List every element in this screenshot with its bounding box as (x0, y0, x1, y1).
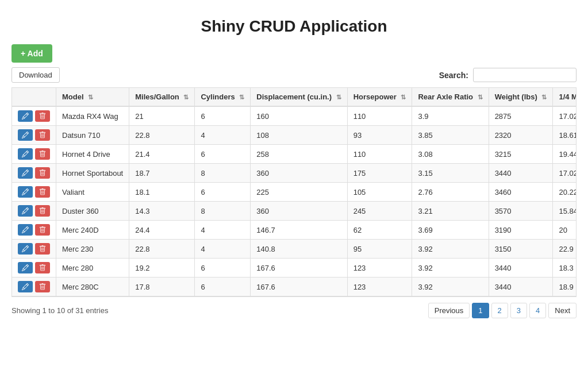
cell-disp: 140.8 (251, 240, 347, 259)
cell-drat: 3.92 (412, 278, 489, 296)
cell-drat: 3.08 (412, 145, 489, 164)
cell-mpg: 17.8 (129, 278, 195, 296)
action-cell (12, 126, 56, 145)
cell-wt: 3440 (489, 259, 553, 278)
search-input[interactable] (473, 68, 577, 82)
cell-model: Merc 230 (56, 240, 129, 259)
delete-button[interactable] (35, 186, 50, 198)
sort-icon-disp: ⇅ (336, 94, 341, 101)
cell-hp: 62 (347, 221, 412, 240)
cell-wt: 3190 (489, 221, 553, 240)
next-button[interactable]: Next (548, 303, 577, 318)
delete-button[interactable] (35, 205, 50, 217)
col-mpg[interactable]: Miles/Gallon ⇅ (129, 88, 195, 106)
delete-button[interactable] (35, 224, 50, 236)
cell-hp: 245 (347, 202, 412, 221)
cell-hp: 110 (347, 145, 412, 164)
edit-button[interactable] (18, 205, 33, 217)
edit-button[interactable] (18, 167, 33, 179)
edit-button[interactable] (18, 262, 33, 273)
delete-button[interactable] (35, 167, 50, 179)
edit-button[interactable] (18, 243, 33, 255)
edit-button[interactable] (18, 186, 33, 198)
pagination: Previous 1 2 3 4 Next (428, 303, 577, 318)
cell-hp: 175 (347, 164, 412, 183)
edit-button[interactable] (18, 148, 33, 160)
col-cyl[interactable]: Cylinders ⇅ (195, 88, 251, 106)
cell-qsec: 17.02 (553, 164, 577, 183)
page-3-button[interactable]: 3 (510, 303, 527, 318)
edit-icon (22, 151, 29, 157)
page-1-button[interactable]: 1 (472, 303, 489, 318)
trash-icon (39, 113, 46, 120)
cell-wt: 3440 (489, 164, 553, 183)
cell-mpg: 22.8 (129, 240, 195, 259)
table-row: Merc 240D24.44146.7623.69319020S (12, 221, 577, 240)
cell-qsec: 17.02 (553, 106, 577, 126)
cell-model: Merc 280 (56, 259, 129, 278)
action-cell (12, 106, 56, 126)
edit-icon (22, 188, 29, 195)
cell-drat: 3.9 (412, 106, 489, 126)
trash-icon (39, 132, 46, 138)
cell-cyl: 6 (195, 145, 251, 164)
cell-qsec: 15.84 (553, 202, 577, 221)
cell-mpg: 21.4 (129, 145, 195, 164)
delete-button[interactable] (35, 129, 50, 141)
cell-cyl: 4 (195, 126, 251, 145)
col-drat[interactable]: Rear Axle Ratio ⇅ (412, 88, 489, 106)
delete-button[interactable] (35, 243, 50, 255)
page-4-button[interactable]: 4 (529, 303, 546, 318)
entries-info: Showing 1 to 10 of 31 entries (11, 306, 108, 315)
cell-wt: 2320 (489, 126, 553, 145)
edit-button[interactable] (18, 281, 33, 292)
trash-icon (39, 226, 46, 233)
col-qsec[interactable]: 1/4 Mile Time ⇅ (553, 88, 577, 106)
cell-disp: 167.6 (251, 278, 347, 296)
cell-disp: 146.7 (251, 221, 347, 240)
edit-button[interactable] (18, 129, 33, 141)
edit-icon (22, 207, 29, 214)
table-row: Valiant18.162251052.76346020.22S (12, 183, 577, 202)
delete-button[interactable] (35, 148, 50, 160)
page-2-button[interactable]: 2 (491, 303, 508, 318)
delete-button[interactable] (35, 281, 50, 292)
cell-wt: 3570 (489, 202, 553, 221)
download-button[interactable]: Download (11, 67, 60, 83)
action-cell (12, 164, 56, 183)
prev-button[interactable]: Previous (428, 303, 470, 318)
edit-button[interactable] (18, 110, 33, 122)
trash-icon (39, 151, 46, 157)
col-hp[interactable]: Horsepower ⇅ (347, 88, 412, 106)
cell-model: Mazda RX4 Wag (56, 106, 129, 126)
edit-icon (22, 169, 29, 176)
col-disp[interactable]: Displacement (cu.in.) ⇅ (251, 88, 347, 106)
edit-icon (22, 264, 29, 271)
delete-button[interactable] (35, 262, 50, 273)
cell-hp: 110 (347, 106, 412, 126)
col-wt[interactable]: Weight (lbs) ⇅ (489, 88, 553, 106)
search-label: Search: (439, 71, 468, 80)
cell-disp: 360 (251, 164, 347, 183)
col-model[interactable]: Model ⇅ (56, 88, 129, 106)
trash-icon (39, 245, 46, 252)
edit-icon (22, 113, 29, 120)
cell-disp: 160 (251, 106, 347, 126)
cell-qsec: 19.44 (553, 145, 577, 164)
table-row: Mazda RX4 Wag2161601103.9287517.02S (12, 106, 577, 126)
edit-button[interactable] (18, 224, 33, 236)
cell-wt: 3150 (489, 240, 553, 259)
delete-button[interactable] (35, 110, 50, 122)
cell-disp: 225 (251, 183, 347, 202)
cell-disp: 108 (251, 126, 347, 145)
cell-disp: 360 (251, 202, 347, 221)
sort-icon-model: ⇅ (88, 94, 93, 101)
edit-icon (22, 245, 29, 252)
cell-wt: 3215 (489, 145, 553, 164)
cell-model: Datsun 710 (56, 126, 129, 145)
add-button[interactable]: + Add (11, 44, 52, 63)
cell-mpg: 19.2 (129, 259, 195, 278)
table-row: Merc 280C17.86167.61233.92344018.9S (12, 278, 577, 296)
table-row: Merc 28019.26167.61233.92344018.3S (12, 259, 577, 278)
cell-qsec: 20 (553, 221, 577, 240)
